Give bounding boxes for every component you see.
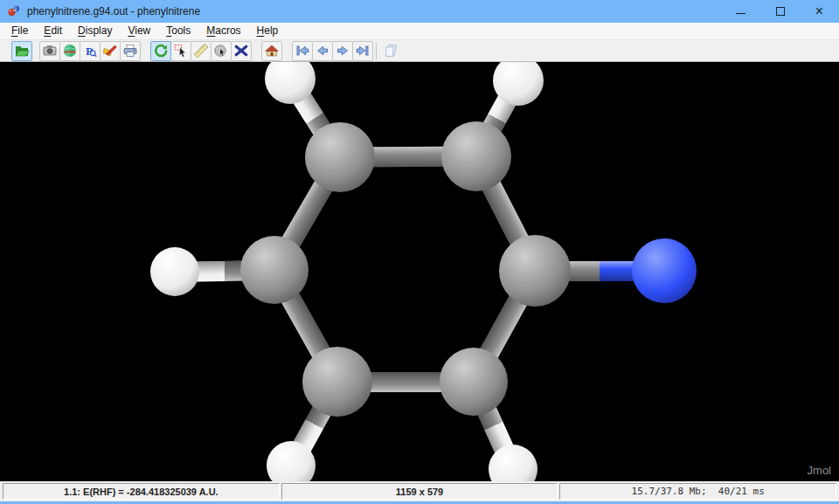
globe-icon: www [62,43,78,59]
window-title: phenylnitrene.g94.out - phenylnitrene [27,5,200,17]
minimize-button[interactable] [721,0,760,23]
atom-C[interactable] [240,236,309,304]
close-button[interactable]: × [800,0,839,23]
toolbar-select-button[interactable] [170,41,191,61]
menu-bar: FileEditDisplayViewToolsMacrosHelp [0,23,839,40]
toolbar-first-frame-button[interactable] [292,41,313,61]
toolbar: www P [0,40,839,62]
toolbar-rotate-button[interactable] [150,41,171,61]
toolbar-next-frame-button[interactable] [332,41,353,61]
jmol-window: phenylnitrene.g94.out - phenylnitrene × … [0,0,839,504]
maximize-icon [776,7,785,16]
status-model-energy: 1.1: E(RHF) = -284.418325039 A.U. [3,483,280,500]
viewport[interactable]: Jmol [0,62,839,481]
status-bar: 1.1: E(RHF) = -284.418325039 A.U. 1159 x… [0,481,839,501]
povray-icon: P [82,43,98,59]
printer-icon [122,43,138,59]
jmol-watermark: Jmol [808,464,831,477]
first-frame-icon [295,43,310,59]
atom-C[interactable] [440,348,508,416]
jmol-app-icon [7,4,21,18]
last-frame-icon [355,43,371,59]
svg-text:www: www [64,49,77,54]
frames-icon [383,43,399,59]
status-memory-timing: 15.7/37.8 Mb; 40/21 ms [559,483,836,500]
menu-item-help[interactable]: Help [249,23,287,39]
bond-tool-icon [233,43,249,59]
toolbar-measure-button[interactable] [191,41,211,61]
atom-H[interactable] [493,62,544,106]
window-controls: × [721,0,839,23]
menu-item-file[interactable]: File [3,23,36,39]
toolbar-export-web-button[interactable]: www [59,41,80,61]
title-bar[interactable]: phenylnitrene.g94.out - phenylnitrene × [0,0,839,23]
toolbar-last-frame-button[interactable] [352,41,373,61]
previous-frame-icon [315,43,330,59]
maximize-button[interactable] [760,0,800,23]
toolbar-script-editor-button[interactable] [100,41,121,61]
minimize-icon [736,13,745,14]
close-icon: × [815,4,823,18]
toolbar-previous-frame-button[interactable] [312,41,333,61]
rotate-arrow-icon [153,43,169,59]
toolbar-open-button[interactable] [11,41,32,61]
open-folder-icon [14,43,30,59]
atom-C[interactable] [441,121,511,191]
next-frame-icon [335,43,350,59]
menu-item-macros[interactable]: Macros [198,23,248,39]
atom-C[interactable] [302,347,372,417]
status-render-size: 1159 x 579 [281,483,558,500]
select-cursor-icon [173,43,189,59]
atom-N[interactable] [632,238,697,303]
menu-item-edit[interactable]: Edit [36,23,70,39]
atom-H[interactable] [489,445,537,481]
script-editor-icon [102,43,118,59]
toolbar-export-image-button[interactable] [39,41,60,61]
ruler-icon [193,43,209,59]
toolbar-frames-button[interactable] [380,41,401,61]
toolbar-modelkit-button[interactable] [231,41,252,61]
atom-H[interactable] [150,247,199,296]
atom-C[interactable] [305,122,375,192]
menu-item-view[interactable]: View [120,23,158,39]
menu-item-display[interactable]: Display [70,23,120,39]
toolbar-home-button[interactable] [261,41,282,61]
toolbar-print-button[interactable] [120,41,141,61]
toolbar-povray-button[interactable]: P [80,41,101,61]
home-icon [264,43,280,59]
toolbar-center-button[interactable] [211,41,232,61]
camera-icon [42,43,58,59]
recenter-icon [213,43,229,59]
menu-item-tools[interactable]: Tools [158,23,198,39]
atom-C[interactable] [499,235,571,307]
